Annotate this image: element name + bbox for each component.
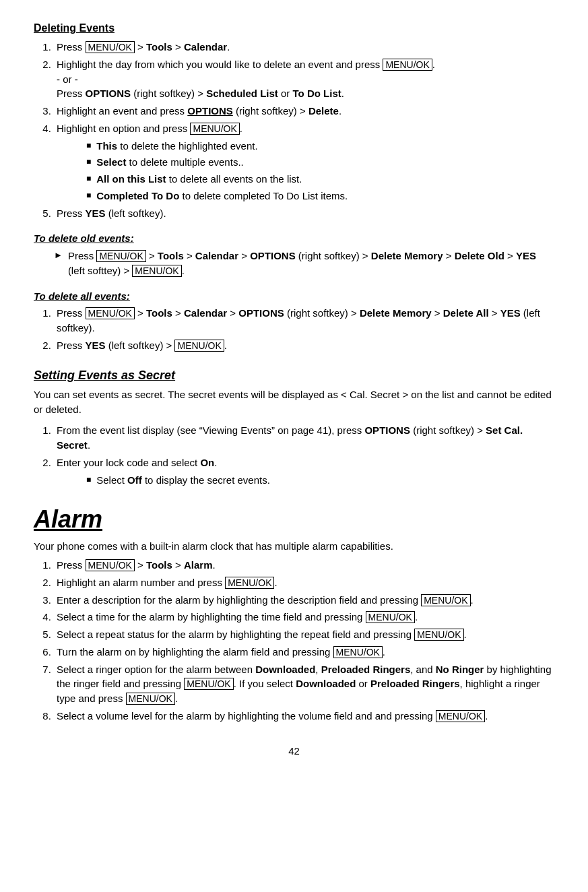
deleting-step-2: Highlight the day from which you would l… bbox=[54, 57, 554, 101]
menu-ok-key: MENU/OK bbox=[86, 41, 135, 53]
menu-ok-key: MENU/OK bbox=[126, 693, 175, 705]
menu-ok-key: MENU/OK bbox=[86, 307, 135, 319]
alarm-title: Alarm bbox=[34, 502, 554, 537]
delete-all-subsection: To delete all events: Press MENU/OK > To… bbox=[34, 289, 554, 353]
setting-events-intro: You can set events as secret. The secret… bbox=[34, 387, 554, 417]
delete-all-heading: To delete all events: bbox=[34, 289, 554, 304]
bullet-this: This to delete the highlighted event. bbox=[84, 139, 554, 154]
deleting-step-3: Highlight an event and press OPTIONS (ri… bbox=[54, 104, 554, 119]
delete-old-list: Press MENU/OK > Tools > Calendar > OPTIO… bbox=[54, 249, 554, 278]
menu-ok-key: MENU/OK bbox=[421, 594, 470, 606]
menu-ok-key: MENU/OK bbox=[414, 629, 463, 641]
bullet-select: Select to delete multiple events.. bbox=[84, 155, 554, 170]
alarm-step-4: Select a time for the alarm by highlight… bbox=[54, 610, 554, 625]
alarm-step-7: Select a ringer option for the alarm bet… bbox=[54, 662, 554, 706]
setting-step-2: Enter your lock code and select On. Sele… bbox=[54, 455, 554, 488]
alarm-step-8: Select a volume level for the alarm by h… bbox=[54, 709, 554, 724]
bullet-completed-to-do: Completed To Do to delete completed To D… bbox=[84, 189, 554, 203]
menu-ok-key: MENU/OK bbox=[86, 559, 135, 571]
deleting-events-title: Deleting Events bbox=[34, 20, 554, 36]
delete-all-steps: Press MENU/OK > Tools > Calendar > OPTIO… bbox=[54, 306, 554, 352]
menu-ok-key: MENU/OK bbox=[132, 265, 181, 277]
delete-old-item: Press MENU/OK > Tools > Calendar > OPTIO… bbox=[54, 249, 554, 278]
deleting-step-5: Press YES (left softkey). bbox=[54, 206, 554, 221]
menu-ok-key: MENU/OK bbox=[436, 710, 485, 722]
menu-ok-key: MENU/OK bbox=[366, 611, 415, 623]
menu-ok-key: MENU/OK bbox=[225, 577, 274, 589]
menu-ok-key: MENU/OK bbox=[184, 678, 233, 690]
delete-all-step-1: Press MENU/OK > Tools > Calendar > OPTIO… bbox=[54, 306, 554, 336]
alarm-intro: Your phone comes with a built-in alarm c… bbox=[34, 539, 554, 554]
alarm-step-2: Highlight an alarm number and press MENU… bbox=[54, 575, 554, 590]
menu-ok-key: MENU/OK bbox=[174, 340, 224, 352]
menu-ok-key: MENU/OK bbox=[383, 59, 432, 71]
alarm-section: Alarm Your phone comes with a built-in a… bbox=[34, 502, 554, 723]
bullet-select-off: Select Off to display the secret events. bbox=[84, 473, 554, 488]
deleting-events-section: Deleting Events Press MENU/OK > Tools > … bbox=[34, 20, 554, 353]
alarm-step-1: Press MENU/OK > Tools > Alarm. bbox=[54, 558, 554, 573]
deleting-step-4: Highlight en option and press MENU/OK. T… bbox=[54, 121, 554, 203]
setting-events-as-secret-section: Setting Events as Secret You can set eve… bbox=[34, 367, 554, 488]
delete-old-subsection: To delete old events: Press MENU/OK > To… bbox=[34, 231, 554, 278]
setting-events-title: Setting Events as Secret bbox=[34, 367, 554, 384]
menu-ok-key: MENU/OK bbox=[333, 646, 383, 658]
deleting-step-4-bullets: This to delete the highlighted event. Se… bbox=[84, 139, 554, 203]
setting-step-1: From the event list display (see “Viewin… bbox=[54, 423, 554, 453]
alarm-step-5: Select a repeat status for the alarm by … bbox=[54, 627, 554, 642]
page-number: 42 bbox=[34, 744, 554, 759]
alarm-step-3: Enter a description for the alarm by hig… bbox=[54, 593, 554, 608]
deleting-events-steps: Press MENU/OK > Tools > Calendar. Highli… bbox=[54, 40, 554, 220]
alarm-steps: Press MENU/OK > Tools > Alarm. Highlight… bbox=[54, 558, 554, 724]
delete-all-step-2: Press YES (left softkey) > MENU/OK. bbox=[54, 338, 554, 353]
deleting-step-1: Press MENU/OK > Tools > Calendar. bbox=[54, 40, 554, 55]
setting-step-2-bullets: Select Off to display the secret events. bbox=[84, 473, 554, 488]
page-content: Deleting Events Press MENU/OK > Tools > … bbox=[34, 20, 554, 758]
alarm-step-6: Turn the alarm on by highlighting the al… bbox=[54, 645, 554, 660]
menu-ok-key: MENU/OK bbox=[96, 250, 145, 262]
menu-ok-key: MENU/OK bbox=[190, 123, 239, 135]
delete-old-heading: To delete old events: bbox=[34, 231, 554, 246]
bullet-all-on-list: All on this List to delete all events on… bbox=[84, 172, 554, 187]
setting-events-steps: From the event list display (see “Viewin… bbox=[54, 423, 554, 487]
or-divider: - or - bbox=[57, 73, 78, 85]
